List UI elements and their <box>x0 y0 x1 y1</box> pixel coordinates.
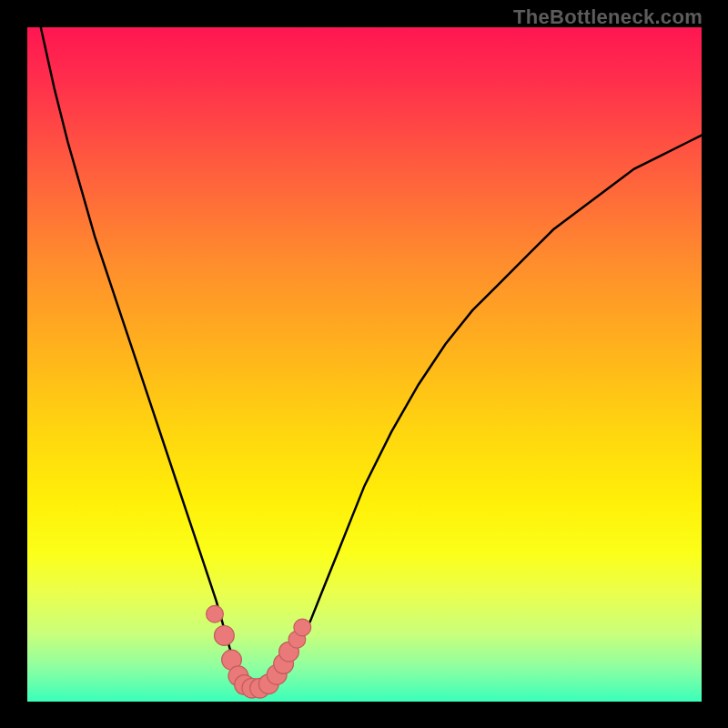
trough-marker <box>215 626 235 646</box>
curve-svg <box>27 27 702 702</box>
plot-area <box>27 27 702 702</box>
brand-watermark: TheBottleneck.com <box>513 5 703 29</box>
bottleneck-curve <box>27 27 702 688</box>
chart-stage: TheBottleneck.com <box>0 0 728 728</box>
trough-marker <box>294 619 311 636</box>
trough-markers <box>207 605 311 698</box>
trough-marker <box>207 605 224 622</box>
